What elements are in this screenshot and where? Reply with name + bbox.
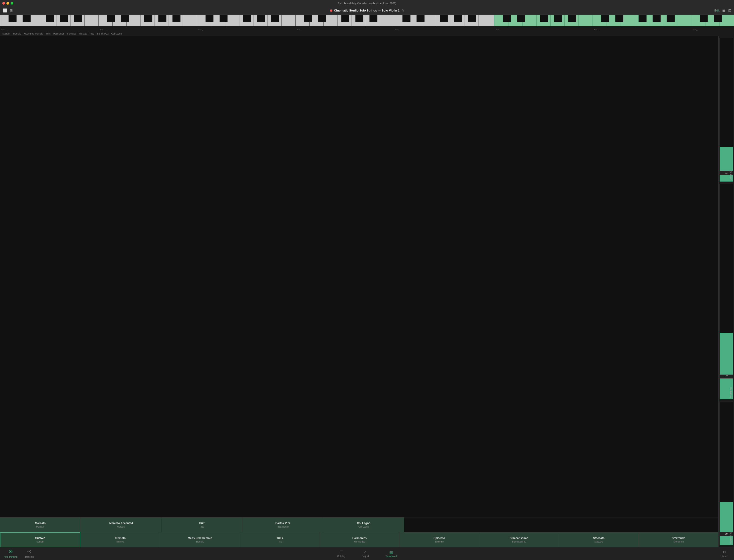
svg-rect-89 xyxy=(714,15,722,22)
transmit-label: Transmit xyxy=(25,556,34,558)
volume-slider[interactable]: 100 Volume #11 xyxy=(720,184,733,399)
svg-rect-65 xyxy=(243,15,251,22)
art-label-measured-tremolo[interactable]: Measured Tremolo xyxy=(24,32,43,35)
svg-rect-86 xyxy=(653,15,661,22)
svg-rect-71 xyxy=(355,15,363,22)
art-cell-spiccato[interactable]: Spiccato Spiccato xyxy=(400,532,479,547)
svg-rect-57 xyxy=(74,15,82,22)
svg-rect-73 xyxy=(403,15,411,22)
svg-rect-63 xyxy=(206,15,214,22)
sidebar-toggle-icon[interactable]: ⬜ xyxy=(3,8,7,13)
svg-rect-68 xyxy=(304,15,312,22)
header-right: Edit ☰ ⊡ xyxy=(714,8,731,13)
instrument-title: Cinematic Studio Solo Strings — Solo Vio… xyxy=(330,9,404,12)
auto-transmit-button[interactable]: Auto-transmit xyxy=(0,548,21,560)
transmit-icon xyxy=(27,549,32,555)
reset-button[interactable]: ↺ Reset xyxy=(718,548,731,559)
auto-transmit-icon xyxy=(8,549,13,555)
header-left: ⬜ ⊞ xyxy=(3,8,13,13)
art-label-bartok[interactable]: Bartok Pizz xyxy=(97,32,109,35)
svg-rect-74 xyxy=(417,15,425,22)
dynamics-label: Dynamics #1 xyxy=(729,401,732,545)
art-label-col-legno[interactable]: Col Legno xyxy=(111,32,122,35)
piano-keyboard[interactable]: .wk-gray { fill: #c8c8c8; stroke: #555; … xyxy=(0,15,734,31)
articulation-grid: Marcato Marcato Marcato Accented Marcato… xyxy=(0,517,718,547)
art-cell-trills[interactable]: Trills Trills xyxy=(240,532,319,547)
art-label-harmonics[interactable]: Harmonics xyxy=(53,32,64,35)
edit-button[interactable]: Edit xyxy=(714,9,720,12)
art-cell-sforzando[interactable]: Sforzando Sforzando xyxy=(639,532,718,547)
menu-icon[interactable]: ☰ xyxy=(722,8,725,13)
layout-icon[interactable]: ⊞ xyxy=(10,8,13,13)
art-label-marcato[interactable]: Marcato xyxy=(79,32,87,35)
piano-svg: .wk-gray { fill: #c8c8c8; stroke: #555; … xyxy=(0,15,734,31)
auto-transmit-label: Auto-transmit xyxy=(4,556,17,558)
toolbar-left: Auto-transmit Transmit xyxy=(0,548,37,560)
art-label-tremolo[interactable]: Tremolo xyxy=(13,32,21,35)
toolbar-right: ↺ Reset xyxy=(718,548,731,559)
art-cell-staccatissimo[interactable]: Staccatissimo Staccatissimo xyxy=(479,532,559,547)
toolbar-center: ☰ Catalog ⌂ Project ▦ Dashboard xyxy=(333,548,401,559)
art-cell-pizz[interactable]: Pizz Pizz xyxy=(162,517,242,532)
articulation-row-1: Marcato Marcato Marcato Accented Marcato… xyxy=(0,517,718,532)
art-label-pizz[interactable]: Pizz xyxy=(90,32,94,35)
art-cell-col-legno[interactable]: Col Legno Col Legno xyxy=(323,517,404,532)
catalog-label: Catalog xyxy=(337,555,345,557)
catalog-icon: ☰ xyxy=(339,550,343,554)
svg-text:C₄: C₄ xyxy=(594,29,599,31)
svg-rect-87 xyxy=(667,15,675,22)
svg-rect-58 xyxy=(107,15,115,22)
title-bar: Patchboard (http://mrmiller-macbookpro.l… xyxy=(0,0,734,6)
main-area: Marcato Marcato Marcato Accented Marcato… xyxy=(0,36,734,547)
art-label-spiccato[interactable]: Spiccato xyxy=(67,32,76,35)
svg-text:C₁: C₁ xyxy=(296,29,302,31)
svg-rect-72 xyxy=(370,15,378,22)
dashboard-label: Dashboard xyxy=(386,555,397,557)
maximize-button[interactable] xyxy=(11,2,13,5)
art-cell-sustain[interactable]: Sustain Sustain xyxy=(0,532,80,547)
svg-rect-76 xyxy=(454,15,462,22)
art-label-trills[interactable]: Trills xyxy=(46,32,51,35)
svg-text:C₅: C₅ xyxy=(692,29,698,31)
svg-rect-59 xyxy=(121,15,129,22)
art-cell-measured-tremolo[interactable]: Measured Tremolo Tremolo xyxy=(160,532,240,547)
visualization-area xyxy=(0,36,718,517)
art-cell-bartok-pizz[interactable]: Bartok Pizz Pizz, Bartok xyxy=(242,517,323,532)
art-cell-tremolo[interactable]: Tremolo Tremolo xyxy=(80,532,160,547)
transmit-button[interactable]: Transmit xyxy=(21,548,37,560)
art-cell-harmonics[interactable]: Harmonics Harmonics xyxy=(320,532,400,547)
svg-rect-75 xyxy=(440,15,448,22)
svg-rect-69 xyxy=(318,15,326,22)
vibrato-slider[interactable]: 22 Vibrato #3 xyxy=(720,38,733,182)
svg-rect-85 xyxy=(639,15,647,22)
favorite-icon[interactable]: ☆ xyxy=(401,9,404,12)
articulation-row-2: Sustain Sustain Tremolo Tremolo Measured… xyxy=(0,532,718,547)
svg-rect-70 xyxy=(341,15,349,22)
art-cell-marcato[interactable]: Marcato Marcato xyxy=(0,517,81,532)
svg-rect-80 xyxy=(540,15,548,22)
svg-point-102 xyxy=(29,551,30,552)
svg-rect-55 xyxy=(46,15,54,22)
art-label-sustain[interactable]: Sustain xyxy=(2,32,10,35)
svg-rect-78 xyxy=(503,15,511,22)
svg-rect-79 xyxy=(517,15,525,22)
reset-icon: ↺ xyxy=(723,550,726,554)
art-cell-marcato-accented[interactable]: Marcato Accented Marcato xyxy=(81,517,162,532)
dashboard-button[interactable]: ▦ Dashboard xyxy=(382,548,401,559)
art-cell-empty-1 xyxy=(404,517,718,532)
svg-text:C₂: C₂ xyxy=(395,29,401,31)
minimize-button[interactable] xyxy=(6,2,9,5)
project-button[interactable]: ⌂ Project xyxy=(358,549,373,559)
window-resize-icon[interactable]: ⊡ xyxy=(728,8,731,13)
right-sidebar: 22 Vibrato #3 100 Volume #11 xyxy=(718,36,734,547)
dynamics-slider[interactable]: 30 Dynamics #1 xyxy=(720,401,733,545)
bottom-toolbar: Auto-transmit Transmit ☰ Catalog ⌂ Proje… xyxy=(0,547,734,560)
svg-rect-67 xyxy=(271,15,279,22)
catalog-button[interactable]: ☰ Catalog xyxy=(333,548,349,559)
close-button[interactable] xyxy=(2,2,5,5)
art-cell-staccato[interactable]: Staccato Staccato xyxy=(559,532,639,547)
svg-rect-81 xyxy=(554,15,562,22)
svg-rect-61 xyxy=(158,15,166,22)
content-area: Marcato Marcato Marcato Accented Marcato… xyxy=(0,36,718,547)
volume-label: Volume #11 xyxy=(729,184,732,399)
